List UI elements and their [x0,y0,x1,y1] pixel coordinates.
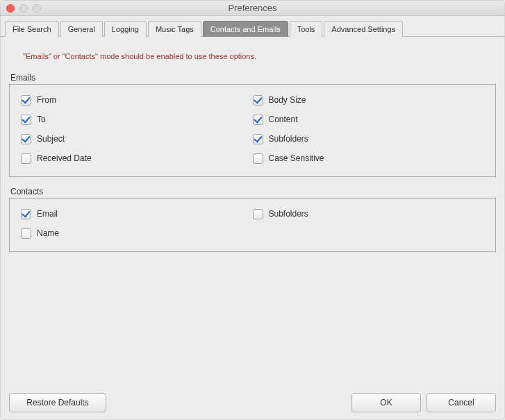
tab-logging[interactable]: Logging [104,21,147,37]
emails-group-label: Emails [10,73,496,83]
emails-label-case-sensitive: Case Sensitive [269,153,324,163]
emails-checkbox-to[interactable] [21,115,31,125]
emails-label-subject: Subject [37,134,65,144]
emails-row-from: From [21,93,253,107]
emails-row-content: Content [253,112,485,126]
titlebar: Preferences [1,1,504,16]
tab-tools[interactable]: Tools [290,21,323,37]
emails-label-body-size: Body Size [269,95,306,105]
tab-advanced-settings[interactable]: Advanced Settings [324,21,403,37]
emails-row-to: To [21,112,253,126]
emails-checkbox-case-sensitive[interactable] [253,153,263,164]
emails-checkbox-subfolders[interactable] [253,134,263,144]
emails-label-to: To [37,115,46,124]
contacts-label-name: Name [37,228,59,238]
emails-checkbox-body-size[interactable] [253,95,263,106]
contacts-row-subfolders: Subfolders [253,207,485,221]
contacts-row-name: Name [21,226,253,240]
footer: Restore Defaults OK Cancel [9,393,496,412]
minimize-icon[interactable] [19,4,28,12]
contacts-group-label: Contacts [10,187,496,196]
contacts-checkbox-name[interactable] [21,228,31,239]
emails-checkbox-received-date[interactable] [21,153,31,164]
emails-group: FromToSubjectReceived Date Body SizeCont… [9,84,496,177]
emails-row-received-date: Received Date [21,151,253,165]
contacts-label-subfolders: Subfolders [269,209,308,219]
window-controls [6,4,41,12]
emails-checkbox-from[interactable] [21,95,31,106]
contacts-checkbox-email[interactable] [21,209,31,219]
content-area: "Emails" or "Contacts" mode should be en… [1,37,504,252]
cancel-button[interactable]: Cancel [427,393,496,412]
ok-button[interactable]: OK [351,393,421,412]
tab-contacts-and-emails[interactable]: Contacts and Emails [203,21,288,37]
emails-checkbox-content[interactable] [253,115,263,125]
zoom-icon[interactable] [33,4,41,12]
emails-row-case-sensitive: Case Sensitive [253,151,485,165]
tab-file-search[interactable]: File Search [5,21,59,37]
emails-label-from: From [37,95,56,105]
tab-bar: File SearchGeneralLoggingMusic TagsConta… [1,16,504,37]
emails-checkbox-subject[interactable] [21,134,31,144]
emails-label-content: Content [269,115,298,124]
emails-row-subject: Subject [21,132,253,146]
window-title: Preferences [1,3,504,13]
notice-text: "Emails" or "Contacts" mode should be en… [23,52,496,60]
tab-general[interactable]: General [60,21,103,37]
close-icon[interactable] [6,4,15,12]
emails-row-body-size: Body Size [253,93,485,107]
contacts-label-email: Email [37,209,58,219]
contacts-checkbox-subfolders[interactable] [253,209,263,219]
tab-music-tags[interactable]: Music Tags [148,21,201,37]
contacts-group: EmailName Subfolders [9,198,496,252]
contacts-row-email: Email [21,207,253,221]
emails-label-received-date: Received Date [37,153,92,163]
restore-defaults-button[interactable]: Restore Defaults [9,393,106,412]
emails-row-subfolders: Subfolders [253,132,485,146]
emails-label-subfolders: Subfolders [269,134,308,144]
